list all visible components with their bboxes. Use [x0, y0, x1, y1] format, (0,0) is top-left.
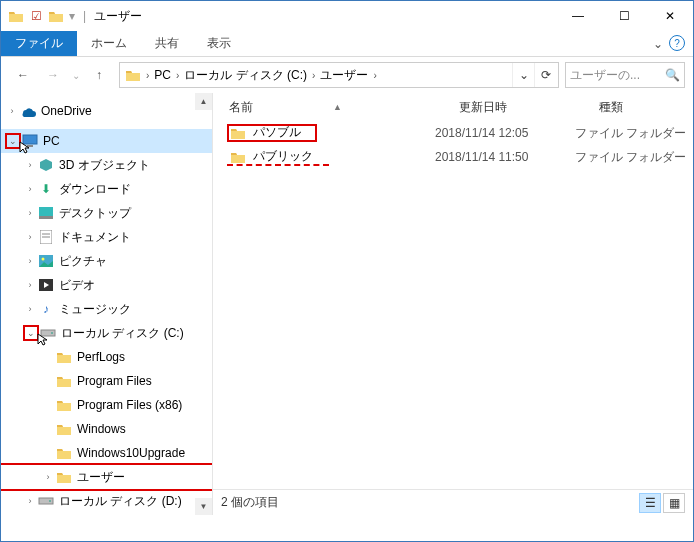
minimize-button[interactable]: — [555, 1, 601, 31]
tree-item[interactable]: ›ユーザー [1, 465, 212, 489]
tree-item[interactable]: ›デスクトップ [1, 201, 212, 225]
tree-item[interactable]: Windows [1, 417, 212, 441]
chevron-right-icon[interactable]: › [23, 304, 37, 314]
picture-icon [37, 252, 55, 270]
help-icon[interactable]: ? [669, 35, 685, 51]
navigation-bar: ← → ⌄ ↑ › PC › ローカル ディスク (C:) › ユーザー › ⌄… [1, 57, 693, 93]
breadcrumb-drive[interactable]: ローカル ディスク (C:) [181, 63, 310, 87]
quick-access-toolbar: ☑ ▾ | [7, 7, 90, 25]
file-tab[interactable]: ファイル [1, 31, 77, 56]
document-icon [37, 228, 55, 246]
chevron-right-icon[interactable]: › [23, 232, 37, 242]
tree-item-label: PC [43, 134, 60, 148]
tree-item[interactable]: Program Files [1, 369, 212, 393]
ribbon: ファイル ホーム 共有 表示 ⌄ ? [1, 31, 693, 57]
tree-item-label: OneDrive [41, 104, 92, 118]
tree-item[interactable]: ›⬇ダウンロード [1, 177, 212, 201]
tree-item[interactable]: ›ドキュメント [1, 225, 212, 249]
refresh-button[interactable]: ⟳ [534, 63, 556, 87]
tree-item[interactable]: ›ピクチャ [1, 249, 212, 273]
chevron-right-icon[interactable]: › [41, 472, 55, 482]
folder-icon [55, 468, 73, 486]
details-view-button[interactable]: ☰ [639, 493, 661, 513]
content-pane: 名前▲ 更新日時 種類 パソブル2018/11/14 12:05ファイル フォル… [213, 93, 693, 515]
tree-item[interactable]: ›ローカル ディスク (D:) [1, 489, 212, 513]
ribbon-collapse-icon[interactable]: ⌄ [653, 37, 663, 51]
tree-item-label: Windows [77, 422, 126, 436]
close-button[interactable]: ✕ [647, 1, 693, 31]
tree-item[interactable]: Program Files (x86) [1, 393, 212, 417]
breadcrumb-sep-icon[interactable]: › [371, 70, 378, 81]
tab-home[interactable]: ホーム [77, 31, 141, 56]
svg-rect-3 [39, 216, 53, 219]
chevron-right-icon[interactable]: › [23, 280, 37, 290]
chevron-right-icon[interactable]: › [23, 208, 37, 218]
chevron-right-icon[interactable]: › [5, 106, 19, 116]
forward-button[interactable]: → [39, 61, 67, 89]
music-icon: ♪ [37, 300, 55, 318]
item-count: 2 個の項目 [221, 494, 279, 511]
chevron-down-icon[interactable]: ⌄ [5, 133, 21, 149]
tree-item[interactable]: Windows10Upgrade [1, 441, 212, 465]
search-input[interactable]: ユーザーの... 🔍 [565, 62, 685, 88]
svg-rect-2 [39, 207, 53, 216]
view-switcher: ☰ ▦ [639, 493, 685, 513]
tree-item[interactable]: ›♪ミュージック [1, 297, 212, 321]
properties-check-icon[interactable]: ☑ [27, 7, 45, 25]
chevron-right-icon[interactable]: › [23, 496, 37, 506]
thumbnail-view-button[interactable]: ▦ [663, 493, 685, 513]
title-separator: | [79, 9, 90, 23]
breadcrumb-sep-icon[interactable]: › [144, 70, 151, 81]
tree-item-label: 3D オブジェクト [59, 157, 150, 174]
tree-item[interactable]: PerfLogs [1, 345, 212, 369]
breadcrumb-sep-icon[interactable]: › [174, 70, 181, 81]
breadcrumb-pc[interactable]: PC [151, 63, 174, 87]
file-row[interactable]: パソブル2018/11/14 12:05ファイル フォルダー [213, 121, 693, 145]
back-button[interactable]: ← [9, 61, 37, 89]
chevron-right-icon[interactable]: › [23, 184, 37, 194]
tab-view[interactable]: 表示 [193, 31, 245, 56]
drive-icon [37, 492, 55, 510]
column-type[interactable]: 種類 [599, 99, 693, 116]
folder-icon [55, 420, 73, 438]
tab-share[interactable]: 共有 [141, 31, 193, 56]
folder-small-icon[interactable] [47, 7, 65, 25]
chevron-down-icon[interactable]: ⌄ [23, 325, 39, 341]
tree-pane[interactable]: ▲ ▼ ›OneDrive⌄PC›3D オブジェクト›⬇ダウンロード›デスクトッ… [1, 93, 213, 515]
tree-item[interactable]: ⌄PC [1, 129, 212, 153]
tree-item-label: Windows10Upgrade [77, 446, 185, 460]
column-date[interactable]: 更新日時 [459, 99, 599, 116]
tree-item-label: Program Files [77, 374, 152, 388]
file-date: 2018/11/14 11:50 [435, 150, 575, 164]
tree-item-label: ローカル ディスク (C:) [61, 325, 184, 342]
file-row[interactable]: パブリック2018/11/14 11:50ファイル フォルダー [213, 145, 693, 169]
folder-icon [55, 396, 73, 414]
search-placeholder: ユーザーの... [570, 67, 640, 84]
tree-item[interactable]: ›ビデオ [1, 273, 212, 297]
tree-item[interactable]: ›OneDrive [1, 99, 212, 123]
qat-dropdown-icon[interactable]: ▾ [67, 9, 77, 23]
tree-item[interactable]: ›3D オブジェクト [1, 153, 212, 177]
file-name: パソブル [253, 124, 301, 141]
download-icon: ⬇ [37, 180, 55, 198]
title-bar: ☑ ▾ | ユーザー — ☐ ✕ [1, 1, 693, 31]
folder-icon [55, 444, 73, 462]
column-name[interactable]: 名前▲ [229, 99, 459, 116]
address-dropdown-icon[interactable]: ⌄ [512, 63, 534, 87]
search-icon: 🔍 [665, 68, 680, 82]
desktop-icon [37, 204, 55, 222]
breadcrumb-users[interactable]: ユーザー [317, 63, 371, 87]
address-bar[interactable]: › PC › ローカル ディスク (C:) › ユーザー › ⌄ ⟳ [119, 62, 559, 88]
tree-item-label: ローカル ディスク (D:) [59, 493, 182, 510]
maximize-button[interactable]: ☐ [601, 1, 647, 31]
breadcrumb-sep-icon[interactable]: › [310, 70, 317, 81]
tree-item[interactable]: ⌄ローカル ディスク (C:) [1, 321, 212, 345]
chevron-right-icon[interactable]: › [23, 160, 37, 170]
up-button[interactable]: ↑ [85, 61, 113, 89]
chevron-right-icon[interactable]: › [23, 256, 37, 266]
tree-item-label: PerfLogs [77, 350, 125, 364]
tree-item-label: ドキュメント [59, 229, 131, 246]
video-icon [37, 276, 55, 294]
file-name-wrap: パブリック [229, 148, 313, 166]
history-dropdown[interactable]: ⌄ [69, 61, 83, 89]
